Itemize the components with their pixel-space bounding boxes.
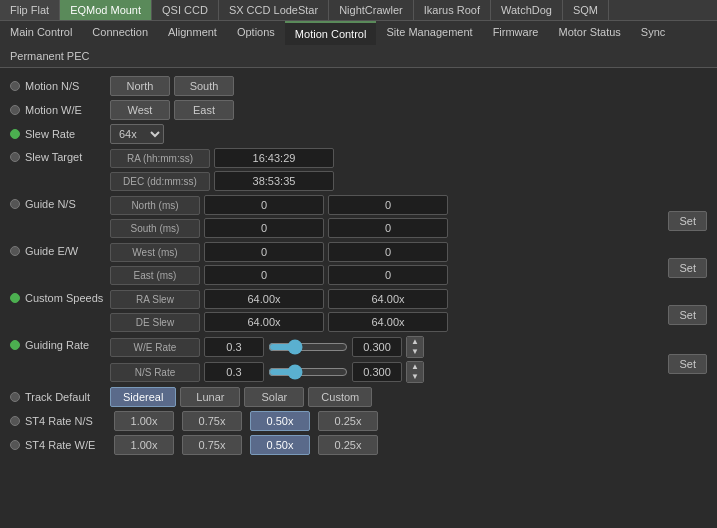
st4-ns-rate-2[interactable]: 0.75x: [182, 411, 242, 431]
custom-speeds-indicator: [10, 293, 20, 303]
we-rate-input[interactable]: [204, 337, 264, 357]
tab-sqm[interactable]: SQM: [563, 0, 609, 20]
tab-motor-status[interactable]: Motor Status: [548, 21, 630, 45]
dec-value-input[interactable]: [214, 171, 334, 191]
custom-speeds-set-button[interactable]: Set: [668, 305, 707, 325]
st4-ns-rate-4[interactable]: 0.25x: [318, 411, 378, 431]
slew-target-indicator: [10, 152, 20, 162]
ns-rate-spin-up[interactable]: ▲: [407, 362, 423, 372]
ns-rate-label: N/S Rate: [110, 363, 200, 382]
guide-ns-set-button[interactable]: Set: [668, 211, 707, 231]
we-rate-spinner: ▲ ▼: [406, 336, 424, 358]
guide-ns-section: Guide N/S North (ms) South (ms) Set: [10, 195, 707, 238]
slew-target-label: Slew Target: [10, 148, 110, 163]
we-rate-slider[interactable]: [268, 339, 348, 355]
track-sidereal-button[interactable]: Sidereal: [110, 387, 176, 407]
track-solar-button[interactable]: Solar: [244, 387, 304, 407]
tab-watchdog[interactable]: WatchDog: [491, 0, 563, 20]
south-ms-input2[interactable]: [328, 218, 448, 238]
guiding-rate-set-button[interactable]: Set: [668, 354, 707, 374]
st4-ns-rate-1[interactable]: 1.00x: [114, 411, 174, 431]
second-tab-bar: Main Control Connection Alignment Option…: [0, 21, 717, 68]
east-ms-input1[interactable]: [204, 265, 324, 285]
ra-slew-input1[interactable]: [204, 289, 324, 309]
ra-label: RA (hh:mm:ss): [110, 149, 210, 168]
motion-ns-label: Motion N/S: [10, 80, 110, 92]
east-button[interactable]: East: [174, 100, 234, 120]
guide-ew-section: Guide E/W West (ms) East (ms) Set: [10, 242, 707, 285]
tab-qsi-ccd[interactable]: QSI CCD: [152, 0, 219, 20]
st4-ns-row: ST4 Rate N/S 1.00x 0.75x 0.50x 0.25x: [10, 411, 707, 431]
we-rate-slider-container: [268, 339, 348, 355]
guide-ew-label: Guide E/W: [10, 242, 110, 257]
ns-rate-spin-down[interactable]: ▼: [407, 372, 423, 382]
guide-ew-indicator: [10, 246, 20, 256]
guide-ew-set-button[interactable]: Set: [668, 258, 707, 278]
tab-options[interactable]: Options: [227, 21, 285, 45]
north-ms-input1[interactable]: [204, 195, 324, 215]
guide-ns-indicator: [10, 199, 20, 209]
guiding-rate-label: Guiding Rate: [10, 336, 110, 351]
tab-main-control[interactable]: Main Control: [0, 21, 82, 45]
south-ms-label: South (ms): [110, 219, 200, 238]
st4-we-rate-4[interactable]: 0.25x: [318, 435, 378, 455]
track-default-label: Track Default: [10, 391, 110, 403]
top-tab-bar: Flip Flat EQMod Mount QSI CCD SX CCD Lod…: [0, 0, 717, 21]
track-lunar-button[interactable]: Lunar: [180, 387, 240, 407]
ns-rate-spinner: ▲ ▼: [406, 361, 424, 383]
tab-site-management[interactable]: Site Management: [376, 21, 482, 45]
de-slew-input1[interactable]: [204, 312, 324, 332]
tab-permanent-pec[interactable]: Permanent PEC: [0, 45, 99, 67]
west-ms-input2[interactable]: [328, 242, 448, 262]
ra-value-input[interactable]: [214, 148, 334, 168]
tab-alignment[interactable]: Alignment: [158, 21, 227, 45]
slew-rate-indicator: [10, 129, 20, 139]
st4-ns-rate-3[interactable]: 0.50x: [250, 411, 310, 431]
st4-we-row: ST4 Rate W/E 1.00x 0.75x 0.50x 0.25x: [10, 435, 707, 455]
we-rate-display[interactable]: [352, 337, 402, 357]
ra-slew-label: RA Slew: [110, 290, 200, 309]
we-rate-spin-up[interactable]: ▲: [407, 337, 423, 347]
tab-ikarus-roof[interactable]: Ikarus Roof: [414, 0, 491, 20]
ns-rate-input[interactable]: [204, 362, 264, 382]
ra-slew-input2[interactable]: [328, 289, 448, 309]
st4-ns-label: ST4 Rate N/S: [10, 415, 110, 427]
we-rate-label: W/E Rate: [110, 338, 200, 357]
de-slew-input2[interactable]: [328, 312, 448, 332]
west-ms-input1[interactable]: [204, 242, 324, 262]
east-ms-label: East (ms): [110, 266, 200, 285]
dec-label: DEC (dd:mm:ss): [110, 172, 210, 191]
tab-sync[interactable]: Sync: [631, 21, 675, 45]
west-button[interactable]: West: [110, 100, 170, 120]
motion-we-label: Motion W/E: [10, 104, 110, 116]
slew-target-row: Slew Target RA (hh:mm:ss) DEC (dd:mm:ss): [10, 148, 707, 191]
tab-sx-ccd[interactable]: SX CCD LodeStar: [219, 0, 329, 20]
we-rate-spin-down[interactable]: ▼: [407, 347, 423, 357]
north-ms-input2[interactable]: [328, 195, 448, 215]
st4-we-rate-1[interactable]: 1.00x: [114, 435, 174, 455]
motion-ns-indicator: [10, 81, 20, 91]
east-ms-input2[interactable]: [328, 265, 448, 285]
de-slew-label: DE Slew: [110, 313, 200, 332]
tab-nightcrawler[interactable]: NightCrawler: [329, 0, 414, 20]
guiding-rate-section: Guiding Rate W/E Rate ▲ ▼ N/S Rate: [10, 336, 707, 383]
tab-firmware[interactable]: Firmware: [483, 21, 549, 45]
north-button[interactable]: North: [110, 76, 170, 96]
track-custom-button[interactable]: Custom: [308, 387, 372, 407]
ns-rate-display[interactable]: [352, 362, 402, 382]
tab-eqmod-mount[interactable]: EQMod Mount: [60, 0, 152, 20]
south-button[interactable]: South: [174, 76, 234, 96]
custom-speeds-label: Custom Speeds: [10, 289, 110, 304]
south-ms-input1[interactable]: [204, 218, 324, 238]
slew-rate-select[interactable]: 1x2x4x8x 16x32x64x 128x400x600x700x800x: [110, 124, 164, 144]
north-ms-label: North (ms): [110, 196, 200, 215]
ns-rate-slider[interactable]: [268, 364, 348, 380]
st4-we-rate-2[interactable]: 0.75x: [182, 435, 242, 455]
tab-flip-flat[interactable]: Flip Flat: [0, 0, 60, 20]
tab-motion-control[interactable]: Motion Control: [285, 21, 377, 45]
tab-connection[interactable]: Connection: [82, 21, 158, 45]
st4-we-rate-3[interactable]: 0.50x: [250, 435, 310, 455]
st4-we-label: ST4 Rate W/E: [10, 439, 110, 451]
custom-speeds-section: Custom Speeds RA Slew DE Slew Set: [10, 289, 707, 332]
motion-ns-row: Motion N/S North South: [10, 76, 707, 96]
